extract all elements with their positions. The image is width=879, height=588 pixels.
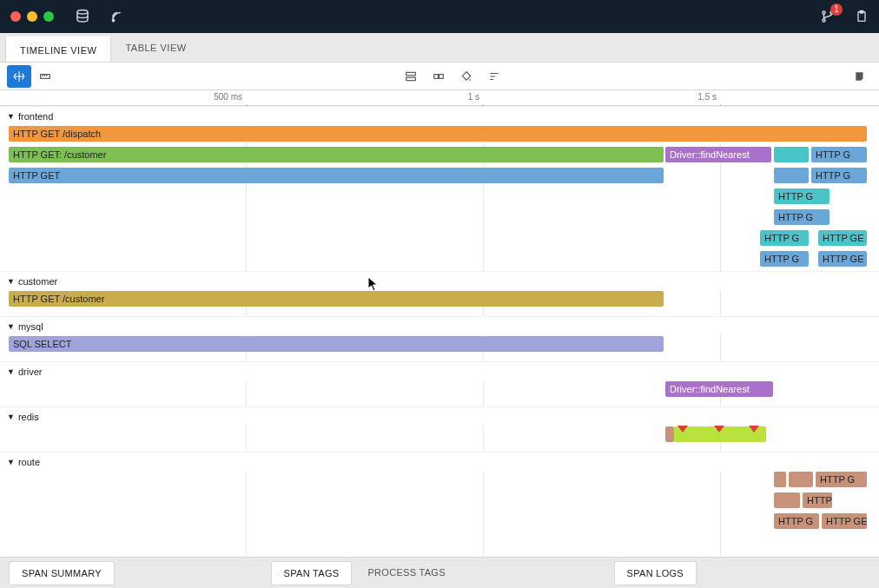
svg-rect-8 (406, 72, 416, 76)
span-row: HTTP GHTTP GE (0, 250, 879, 269)
error-marker-icon (749, 426, 759, 433)
span-bar[interactable] (774, 168, 809, 183)
svg-rect-9 (406, 77, 416, 81)
span-row: HTTP GET: /customerDriver::findNearestHT… (0, 146, 879, 165)
minimize-window-button[interactable] (27, 11, 37, 22)
ruler-tick: 500 ms (214, 92, 246, 102)
section-label: customer (18, 276, 57, 287)
detail-tabs: SPAN SUMMARY SPAN TAGS PROCESS TAGS SPAN… (0, 557, 879, 588)
tab-process-tags[interactable]: PROCESS TAGS (355, 561, 457, 585)
span-bar[interactable] (774, 472, 786, 487)
chevron-down-icon: ▼ (7, 112, 15, 121)
broadcast-icon[interactable] (109, 9, 125, 24)
section-header-frontend[interactable]: ▼frontend (0, 106, 879, 125)
section-label: route (18, 457, 40, 467)
span-bar[interactable]: HTTP G (760, 251, 809, 267)
notification-badge: 1 (830, 3, 843, 16)
span-bar[interactable]: HTTP G (760, 230, 809, 246)
span-bar[interactable]: SQL SELECT (9, 336, 664, 352)
span-bar[interactable]: HTTP GE (818, 230, 867, 246)
span-bar[interactable]: HTTP G (774, 188, 829, 204)
fit-button[interactable] (426, 65, 451, 88)
span-bar[interactable]: Driver::findNearest (665, 381, 773, 397)
tab-span-summary[interactable]: SPAN SUMMARY (9, 561, 115, 585)
section-header-route[interactable]: ▼route (0, 452, 879, 471)
database-icon[interactable] (75, 9, 90, 24)
timeline-canvas[interactable]: ▼frontendHTTP GET /dispatchHTTP GET: /cu… (0, 106, 879, 557)
span-row: HTTP GHTTP GE (0, 512, 879, 532)
span-bar[interactable]: HTTP GET: /customer (9, 147, 664, 162)
window-titlebar: 1 (0, 0, 879, 33)
span-bar[interactable] (774, 492, 800, 508)
span-bar[interactable] (789, 472, 813, 487)
svg-point-2 (823, 11, 825, 14)
section-header-customer[interactable]: ▼customer (0, 271, 879, 290)
svg-rect-11 (440, 74, 444, 78)
span-bar[interactable]: HTTP G (774, 209, 829, 225)
section-label: driver (18, 367, 43, 377)
section-header-mysql[interactable]: ▼mysql (0, 316, 879, 335)
timeline-toolbar (0, 63, 879, 90)
span-bar[interactable]: HTTP GET (9, 168, 664, 183)
tab-table-view[interactable]: TABLE VIEW (111, 33, 200, 62)
ruler-tick: 1.5 s (697, 92, 720, 102)
span-bar[interactable]: HTTP G (803, 492, 832, 508)
span-row: SQL SELECT (0, 335, 879, 354)
span-row (0, 426, 879, 445)
error-marker-icon (677, 426, 688, 433)
span-bar[interactable]: HTTP GE (822, 513, 867, 529)
span-bar[interactable]: HTTP G (774, 513, 819, 529)
section-label: mysql (18, 321, 43, 332)
svg-point-1 (112, 19, 114, 21)
maximize-window-button[interactable] (43, 11, 54, 22)
notes-button[interactable] (848, 65, 872, 88)
span-row: HTTP GET /dispatch (0, 125, 879, 144)
sort-button[interactable] (482, 65, 506, 88)
chevron-down-icon: ▼ (7, 413, 15, 421)
span-bar[interactable]: HTTP GET /dispatch (9, 126, 867, 142)
span-row: HTTP G (0, 492, 879, 511)
span-row: HTTP G (0, 471, 879, 490)
span-row: Driver::findNearest (0, 380, 879, 400)
view-tabs: TIMELINE VIEW TABLE VIEW (0, 33, 879, 63)
ruler-tool-button[interactable] (33, 65, 57, 88)
span-bar[interactable]: Driver::findNearest (665, 147, 771, 162)
svg-point-0 (77, 10, 88, 15)
chevron-down-icon: ▼ (7, 322, 15, 331)
color-button[interactable] (454, 65, 479, 88)
span-bar[interactable]: HTTP G (816, 472, 867, 487)
span-row: HTTP GET /customer (0, 290, 879, 309)
span-bar[interactable]: HTTP G (811, 147, 867, 162)
span-row: HTTP GHTTP GE (0, 229, 879, 248)
span-row: HTTP GETHTTP G (0, 167, 879, 186)
pan-tool-button[interactable] (7, 65, 31, 88)
section-header-redis[interactable]: ▼redis (0, 406, 879, 426)
section-label: redis (18, 412, 39, 422)
svg-point-3 (823, 19, 825, 22)
ruler-tick: 1 s (468, 92, 483, 102)
tab-span-logs[interactable]: SPAN LOGS (614, 561, 697, 585)
span-bar[interactable]: HTTP GET /customer (9, 291, 664, 307)
chevron-down-icon: ▼ (7, 367, 15, 376)
section-header-driver[interactable]: ▼driver (0, 361, 879, 380)
window-controls (10, 11, 54, 22)
chevron-down-icon: ▼ (7, 277, 15, 286)
error-marker-icon (714, 426, 724, 433)
branch-icon[interactable]: 1 (820, 9, 836, 24)
section-label: frontend (18, 111, 53, 122)
clipboard-icon[interactable] (855, 9, 869, 24)
svg-rect-6 (860, 10, 863, 13)
span-row: HTTP G (0, 208, 879, 228)
collapse-button[interactable] (399, 65, 423, 88)
close-window-button[interactable] (10, 11, 21, 22)
svg-rect-10 (434, 74, 439, 78)
chevron-down-icon: ▼ (7, 458, 15, 466)
time-ruler: 500 ms1 s1.5 s (0, 90, 879, 106)
span-bar[interactable] (774, 147, 809, 162)
span-bar[interactable] (665, 426, 674, 442)
span-row: HTTP G (0, 188, 879, 207)
tab-span-tags[interactable]: SPAN TAGS (271, 561, 353, 585)
span-bar[interactable]: HTTP G (811, 168, 867, 183)
span-bar[interactable]: HTTP GE (818, 251, 867, 267)
tab-timeline-view[interactable]: TIMELINE VIEW (5, 36, 111, 62)
